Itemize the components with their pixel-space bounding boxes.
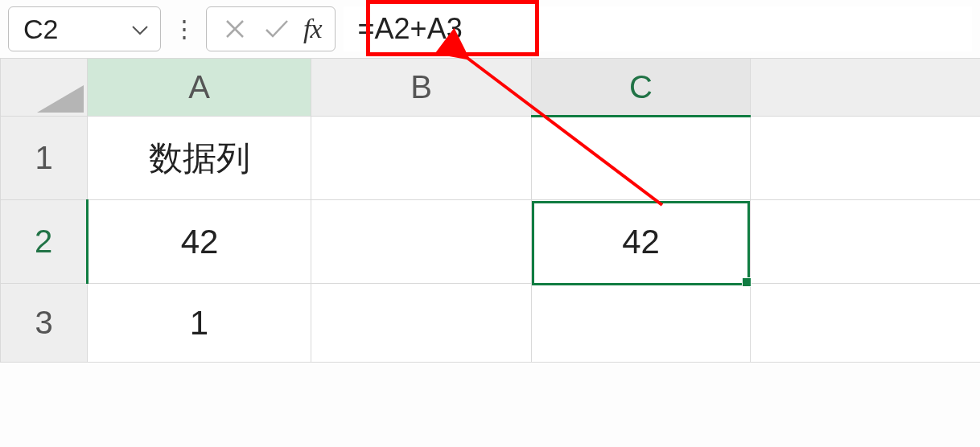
row-header-1[interactable]: 1 — [1, 117, 88, 200]
cell-d3[interactable] — [751, 284, 981, 363]
insert-function-button[interactable]: fx — [303, 14, 322, 44]
column-header-b[interactable]: B — [311, 59, 532, 117]
column-header-d[interactable] — [751, 59, 981, 117]
formula-text: =A2+A3 — [358, 12, 463, 46]
more-options-icon[interactable]: ⋮ — [169, 17, 198, 41]
cell-c1[interactable] — [532, 117, 751, 200]
row-header-3[interactable]: 3 — [1, 284, 88, 363]
formula-edit-controls: fx — [206, 6, 336, 51]
spreadsheet-grid: A B C 1 数据列 2 42 42 3 1 — [0, 58, 980, 363]
row-1: 1 数据列 — [1, 117, 981, 200]
cell-b3[interactable] — [311, 284, 532, 363]
cell-a2[interactable]: 42 — [88, 200, 311, 284]
formula-bar: C2 ⋮ fx =A2+A3 — [0, 0, 980, 58]
formula-input[interactable]: =A2+A3 — [344, 6, 972, 51]
enter-icon[interactable] — [261, 18, 292, 40]
cell-d1[interactable] — [751, 117, 981, 200]
cell-c3[interactable] — [532, 284, 751, 363]
name-box[interactable]: C2 — [8, 6, 161, 51]
select-all-corner[interactable] — [1, 59, 88, 117]
chevron-down-icon[interactable] — [131, 16, 149, 42]
cancel-icon[interactable] — [220, 18, 250, 40]
column-header-row: A B C — [1, 59, 981, 117]
row-2: 2 42 42 — [1, 200, 981, 284]
name-box-value: C2 — [23, 14, 58, 45]
row-3: 3 1 — [1, 284, 981, 363]
cell-a3[interactable]: 1 — [88, 284, 311, 363]
cell-b1[interactable] — [311, 117, 532, 200]
row-header-2[interactable]: 2 — [1, 200, 88, 284]
cell-b2[interactable] — [311, 200, 532, 284]
column-header-c[interactable]: C — [532, 59, 751, 117]
cell-c2[interactable]: 42 — [532, 200, 751, 284]
cell-a1[interactable]: 数据列 — [88, 117, 311, 200]
cell-d2[interactable] — [751, 200, 981, 284]
column-header-a[interactable]: A — [88, 59, 311, 117]
